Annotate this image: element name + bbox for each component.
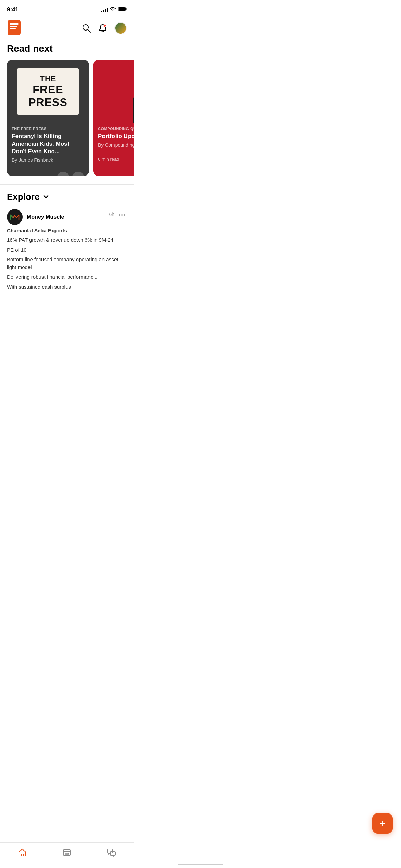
header-actions bbox=[82, 22, 127, 34]
explore-header: Explore bbox=[0, 192, 134, 209]
svg-rect-6 bbox=[10, 28, 16, 29]
svg-line-9 bbox=[88, 29, 90, 32]
card-content: THE FREE PRESS Fentanyl Is Killing Ameri… bbox=[7, 123, 89, 172]
svg-rect-5 bbox=[10, 26, 17, 27]
logo-text-press: PRESS bbox=[25, 96, 71, 109]
card-author: By James Fishback bbox=[12, 157, 84, 163]
signal-icon bbox=[101, 7, 108, 12]
svg-rect-4 bbox=[10, 23, 19, 25]
app-header bbox=[0, 17, 134, 40]
article-item[interactable]: Money Muscle 6h Chamanlal Setia Exports … bbox=[0, 209, 134, 291]
search-button[interactable] bbox=[82, 23, 91, 33]
svg-rect-2 bbox=[119, 7, 125, 11]
svg-rect-1 bbox=[126, 8, 127, 10]
card-image: THE FREE PRESS bbox=[7, 60, 89, 123]
article-time: 6h bbox=[109, 212, 114, 217]
card-actions bbox=[57, 172, 84, 176]
svg-point-26 bbox=[124, 214, 125, 216]
svg-point-25 bbox=[121, 214, 123, 216]
battery-icon bbox=[118, 7, 127, 13]
status-time: 9:41 bbox=[7, 6, 19, 13]
card-publication: THE FREE PRESS bbox=[12, 126, 84, 131]
read-time: 8 min read bbox=[12, 176, 33, 176]
svg-point-24 bbox=[119, 214, 120, 216]
explore-chevron-icon[interactable] bbox=[42, 193, 50, 202]
wifi-icon bbox=[110, 7, 116, 13]
avatar[interactable] bbox=[114, 22, 127, 34]
section-divider bbox=[0, 184, 134, 185]
article-text-line-2: PE of 10 bbox=[7, 246, 127, 254]
read-time: 6 min read bbox=[98, 157, 119, 162]
free-press-logo: THE FREE PRESS bbox=[17, 68, 79, 115]
article-header: Money Muscle 6h bbox=[7, 209, 127, 225]
more-options-button[interactable] bbox=[72, 172, 84, 176]
card-title: Portfolio Updat... bbox=[98, 133, 134, 140]
card-image-buffett bbox=[93, 60, 134, 123]
svg-point-10 bbox=[103, 24, 106, 27]
cards-container: THE FREE PRESS THE FREE PRESS Fentanyl I… bbox=[0, 60, 134, 176]
article-text-line-1: 16% PAT growth & revenue down 6% in 9M-2… bbox=[7, 236, 127, 244]
app-logo[interactable] bbox=[7, 20, 21, 36]
card-footer: 6 min read bbox=[93, 157, 134, 167]
status-bar: 9:41 bbox=[0, 0, 134, 17]
svg-rect-14 bbox=[100, 60, 134, 123]
explore-title: Explore bbox=[7, 192, 39, 202]
publication-avatar bbox=[7, 209, 23, 225]
logo-text-the: THE bbox=[25, 74, 71, 83]
notifications-button[interactable] bbox=[98, 23, 108, 33]
card-content: COMPOUNDING QU... Portfolio Updat... By … bbox=[93, 123, 134, 157]
card-title: Fentanyl Is Killing American Kids. Most … bbox=[12, 133, 84, 155]
status-icons bbox=[101, 7, 127, 13]
svg-rect-16 bbox=[133, 97, 134, 123]
article-meta-left: Money Muscle bbox=[7, 209, 64, 225]
card-publication: COMPOUNDING QU... bbox=[98, 126, 134, 131]
read-next-title: Read next bbox=[0, 40, 134, 60]
article-company: Chamanlal Setia Exports bbox=[7, 228, 127, 233]
article-text-line-5: With sustained cash surplus bbox=[7, 283, 127, 291]
logo-text-free: FREE bbox=[25, 83, 71, 96]
article-more-button[interactable] bbox=[117, 209, 127, 219]
publication-name: Money Muscle bbox=[27, 214, 64, 220]
svg-point-23 bbox=[8, 210, 22, 224]
article-card[interactable]: THE FREE PRESS THE FREE PRESS Fentanyl I… bbox=[7, 60, 89, 176]
article-body: Chamanlal Setia Exports 16% PAT growth &… bbox=[7, 228, 127, 291]
card-author: By Compounding... bbox=[98, 142, 134, 148]
article-card[interactable]: COMPOUNDING QU... Portfolio Updat... By … bbox=[93, 60, 134, 176]
bookmark-button[interactable] bbox=[57, 172, 69, 176]
article-meta-right: 6h bbox=[109, 209, 127, 219]
card-footer: 8 min read bbox=[7, 172, 89, 176]
article-text-line-4: Delivering robust financial performanc..… bbox=[7, 273, 127, 281]
article-text-line-3: Bottom-line focused company operating an… bbox=[7, 256, 127, 271]
